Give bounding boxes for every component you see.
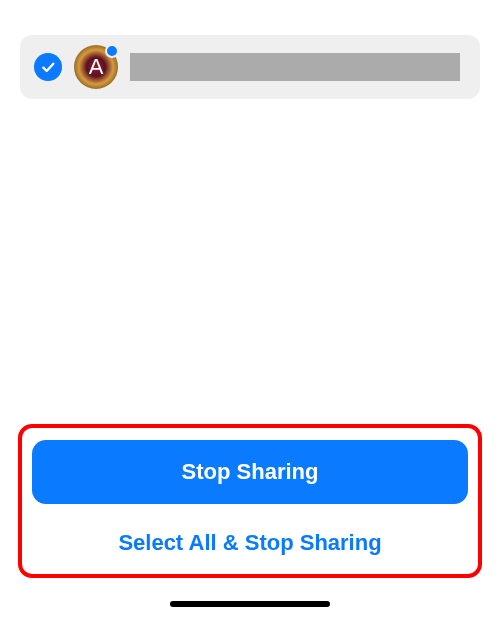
contact-name-redacted (130, 53, 460, 81)
status-dot-icon (105, 44, 119, 58)
stop-sharing-button[interactable]: Stop Sharing (32, 440, 468, 504)
action-area-highlight: Stop Sharing Select All & Stop Sharing (18, 424, 482, 578)
contact-avatar: A (74, 45, 118, 89)
selected-checkmark-icon[interactable] (34, 53, 62, 81)
contact-list-item[interactable]: A (20, 35, 480, 99)
home-indicator[interactable] (170, 601, 330, 607)
select-all-stop-sharing-button[interactable]: Select All & Stop Sharing (32, 518, 468, 556)
avatar-initial: A (89, 54, 104, 80)
